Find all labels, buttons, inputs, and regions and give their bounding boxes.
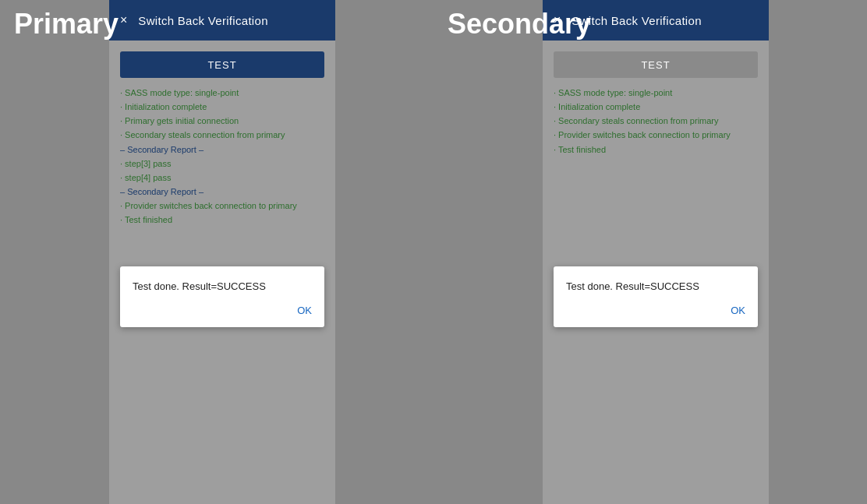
primary-log-line: – Secondary Report – (120, 185, 324, 199)
secondary-panel: Secondary × Switch Back Verification TES… (434, 0, 867, 504)
primary-log-line: · SASS mode type: single-point (120, 86, 324, 100)
secondary-log-line: · Provider switches back connection to p… (554, 128, 758, 142)
primary-log-line: · Provider switches back connection to p… (120, 199, 324, 213)
primary-result-text: Test done. Result=SUCCESS (133, 280, 312, 292)
secondary-test-button[interactable]: TEST (554, 51, 758, 78)
primary-log-line: · step[3] pass (120, 157, 324, 171)
primary-log-line: · Test finished (120, 213, 324, 227)
secondary-result-dialog: Test done. Result=SUCCESS OK (554, 266, 758, 327)
secondary-ok-button[interactable]: OK (566, 305, 745, 319)
primary-ok-button[interactable]: OK (133, 305, 312, 319)
primary-dialog-title: Switch Back Verification (138, 14, 267, 27)
primary-dialog-body: TEST · SASS mode type: single-point· Ini… (109, 41, 335, 504)
primary-test-button[interactable]: TEST (120, 51, 324, 78)
primary-log-line: – Secondary Report – (120, 143, 324, 157)
secondary-log-line: · Test finished (554, 143, 758, 157)
secondary-log-line: · Initialization complete (554, 100, 758, 114)
secondary-device-frame: × Switch Back Verification TEST · SASS m… (543, 0, 769, 504)
primary-log-line: · Initialization complete (120, 100, 324, 114)
primary-log-line: · step[4] pass (120, 171, 324, 185)
primary-panel: Primary × Switch Back Verification TEST … (0, 0, 434, 504)
secondary-dialog-body: TEST · SASS mode type: single-point· Ini… (543, 41, 769, 504)
secondary-log-line: · SASS mode type: single-point (554, 86, 758, 100)
secondary-label: Secondary (434, 0, 605, 48)
primary-device-frame: × Switch Back Verification TEST · SASS m… (109, 0, 335, 504)
primary-label: Primary (0, 0, 133, 48)
secondary-result-text: Test done. Result=SUCCESS (566, 280, 745, 292)
primary-log-line: · Secondary steals connection from prima… (120, 128, 324, 142)
secondary-log-line: · Secondary steals connection from prima… (554, 114, 758, 128)
primary-log-area: · SASS mode type: single-point· Initiali… (120, 86, 324, 227)
primary-result-dialog: Test done. Result=SUCCESS OK (120, 266, 324, 327)
primary-log-line: · Primary gets initial connection (120, 114, 324, 128)
secondary-test-button-label: TEST (641, 59, 670, 71)
primary-dialog-header: × Switch Back Verification (109, 0, 335, 41)
primary-test-button-label: TEST (207, 59, 236, 71)
secondary-log-area: · SASS mode type: single-point· Initiali… (554, 86, 758, 157)
